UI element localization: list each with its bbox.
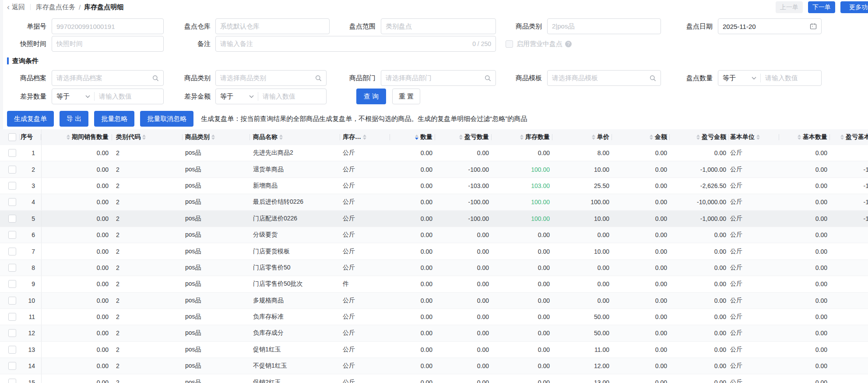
table-row[interactable]: 50.002pos品门店配送价0226公斤0.00-100.00100.0010… <box>0 211 868 227</box>
row-checkbox[interactable] <box>8 248 16 255</box>
table-row[interactable]: 130.002pos品促销1红玉公斤0.000.000.0011.000.000… <box>0 342 868 358</box>
template-filter-input[interactable]: 请选择商品模板 <box>547 70 661 86</box>
table-row[interactable]: 60.002pos品分级要货公斤0.000.000.000.000.000.00… <box>0 227 868 243</box>
col-header-stock_qty[interactable]: 库存数量 <box>492 129 552 145</box>
col-header-period_sales[interactable]: 期间销售数量 <box>42 129 112 145</box>
batch-cancel-ignore-button[interactable]: 批量取消忽略 <box>140 111 193 127</box>
col-header-cat_type[interactable]: 商品类别 <box>183 129 250 145</box>
table-row[interactable]: 20.002pos品退货单商品公斤0.00-100.00100.0010.000… <box>0 161 868 177</box>
select-all-header[interactable] <box>0 129 20 145</box>
cell-check <box>0 260 20 276</box>
generate-recount-button[interactable]: 生成复盘单 <box>7 111 54 127</box>
col-header-base_unit[interactable]: 基本单位 <box>729 129 779 145</box>
table-row[interactable]: 90.002pos品门店零售价50批次件0.000.000.000.000.00… <box>0 276 868 292</box>
col-header-amount[interactable]: 金额 <box>612 129 670 145</box>
diff-qty-value-input[interactable]: 请输入数值 <box>95 92 163 101</box>
col-label-pl_amount: 盈亏金额 <box>702 133 726 141</box>
row-checkbox[interactable] <box>8 362 16 370</box>
export-button[interactable]: 导 出 <box>60 111 88 127</box>
search-icon[interactable] <box>152 75 159 82</box>
cell-amount: 0.00 <box>612 260 670 276</box>
search-icon[interactable] <box>650 75 656 82</box>
prev-doc-button[interactable]: 上一单 <box>776 1 803 13</box>
search-icon[interactable] <box>485 75 491 82</box>
cell-seq: 2 <box>20 161 42 177</box>
cell-check <box>0 325 20 341</box>
cell-base_unit: 公斤 <box>729 243 779 259</box>
col-header-price[interactable]: 单价 <box>552 129 612 145</box>
table-row[interactable]: 140.002pos品不促销1红玉公斤0.000.000.0012.000.00… <box>0 358 868 374</box>
diff-amount-operator-select[interactable]: 等于 <box>216 89 258 104</box>
back-link[interactable]: 返回 <box>12 3 25 11</box>
row-checkbox[interactable] <box>8 182 16 190</box>
col-header-pl_base_qty[interactable]: 盈亏基本数量 <box>830 129 868 145</box>
select-all-checkbox[interactable] <box>8 133 16 141</box>
row-checkbox[interactable] <box>8 215 16 223</box>
row-checkbox[interactable] <box>8 379 16 383</box>
product-filter-placeholder: 请选择商品档案 <box>56 74 102 82</box>
col-header-qty[interactable]: 数量 <box>390 129 435 145</box>
breadcrumb-parent[interactable]: 库存盘点任务 <box>36 3 75 11</box>
department-filter-input[interactable]: 请选择商品部门 <box>381 70 496 86</box>
table-row[interactable]: 10.002pos品先进先出商品2公斤0.000.000.008.000.000… <box>0 145 868 161</box>
diff-amount-value-input[interactable]: 请输入数值 <box>258 92 326 101</box>
col-label-qty: 数量 <box>420 133 432 141</box>
table-row[interactable]: 30.002pos品新增商品公斤0.00-103.00103.0025.500.… <box>0 178 868 194</box>
col-header-stock_unit[interactable]: 库存… <box>340 129 390 145</box>
sort-icon <box>363 135 366 140</box>
row-checkbox[interactable] <box>8 329 16 337</box>
count-date-field[interactable]: 2025-11-20 <box>718 18 822 34</box>
table-row[interactable]: 110.002pos品负库存标准公斤0.000.000.0050.000.000… <box>0 309 868 325</box>
cell-pl_amount: 0.00 <box>670 276 729 292</box>
table-row[interactable]: 150.002pos品促销2红玉公斤0.000.000.0013.000.000… <box>0 374 868 383</box>
table-row[interactable]: 100.002pos品多规格商品公斤0.000.000.000.000.000.… <box>0 293 868 309</box>
cell-pl_base_qty: 0.00 <box>830 342 868 358</box>
col-header-base_qty[interactable]: 基本数量 <box>779 129 830 145</box>
row-checkbox[interactable] <box>8 198 16 206</box>
col-header-seq[interactable]: 序号 <box>20 129 42 145</box>
count-qty-value-input[interactable]: 请输入数值 <box>761 74 821 82</box>
row-checkbox[interactable] <box>8 264 16 272</box>
search-button[interactable]: 查 询 <box>356 89 386 104</box>
table-row[interactable]: 80.002pos品门店零售价50公斤0.000.000.000.000.000… <box>0 260 868 276</box>
row-checkbox[interactable] <box>8 149 16 157</box>
more-functions-button[interactable]: 更多功能 <box>840 1 868 13</box>
row-checkbox[interactable] <box>8 231 16 239</box>
table-row[interactable]: 70.002pos品门店要货模板公斤0.000.000.0010.000.000… <box>0 243 868 259</box>
doc-no-field[interactable]: 9970200991000191 <box>52 18 164 34</box>
next-doc-button[interactable]: 下一单 <box>808 1 835 13</box>
row-checkbox[interactable] <box>8 280 16 288</box>
reset-button[interactable]: 重 置 <box>392 89 420 104</box>
count-qty-operator-select[interactable]: 等于 <box>718 71 760 85</box>
info-icon[interactable] <box>565 41 572 47</box>
diff-amount-filter: 等于 请输入数值 <box>215 89 327 104</box>
diff-qty-operator-select[interactable]: 等于 <box>52 89 94 104</box>
cell-qty: 0.00 <box>390 309 435 325</box>
cell-price: 100.00 <box>552 194 612 210</box>
calendar-icon[interactable] <box>810 23 817 30</box>
row-checkbox[interactable] <box>8 313 16 321</box>
cell-stock_unit: 公斤 <box>340 309 390 325</box>
col-header-pl_amount[interactable]: 盈亏金额 <box>670 129 729 145</box>
product-filter-input[interactable]: 请选择商品档案 <box>52 70 164 86</box>
col-header-pl_qty[interactable]: 盈亏数量 <box>435 129 492 145</box>
row-checkbox[interactable] <box>8 346 16 354</box>
category-field[interactable]: 2|pos品 <box>547 18 661 34</box>
col-header-cat_code[interactable]: 类别代码 <box>112 129 183 145</box>
snapshot-field[interactable]: 快照时间 <box>52 36 164 52</box>
business-toggle-checkbox[interactable] <box>506 40 513 48</box>
cell-cat_code: 2 <box>112 243 183 259</box>
remark-field[interactable]: 请输入备注 0 / 250 <box>215 36 496 52</box>
warehouse-field[interactable]: 系统默认仓库 <box>215 18 330 34</box>
batch-ignore-button[interactable]: 批量忽略 <box>94 111 134 127</box>
cell-pl_base_qty: 0.00 <box>830 325 868 341</box>
cell-pl_qty: 0.00 <box>435 145 492 161</box>
table-row[interactable]: 40.002pos品最后进价结转0226公斤0.00-100.00100.001… <box>0 194 868 210</box>
category-filter-input[interactable]: 请选择商品类别 <box>215 70 327 86</box>
search-icon[interactable] <box>315 75 322 82</box>
scope-field[interactable]: 类别盘点 <box>381 18 496 34</box>
col-header-name[interactable]: 商品名称 <box>250 129 340 145</box>
table-row[interactable]: 120.002pos品负库存成分公斤0.000.000.0050.000.000… <box>0 325 868 341</box>
row-checkbox[interactable] <box>8 166 16 174</box>
row-checkbox[interactable] <box>8 297 16 305</box>
